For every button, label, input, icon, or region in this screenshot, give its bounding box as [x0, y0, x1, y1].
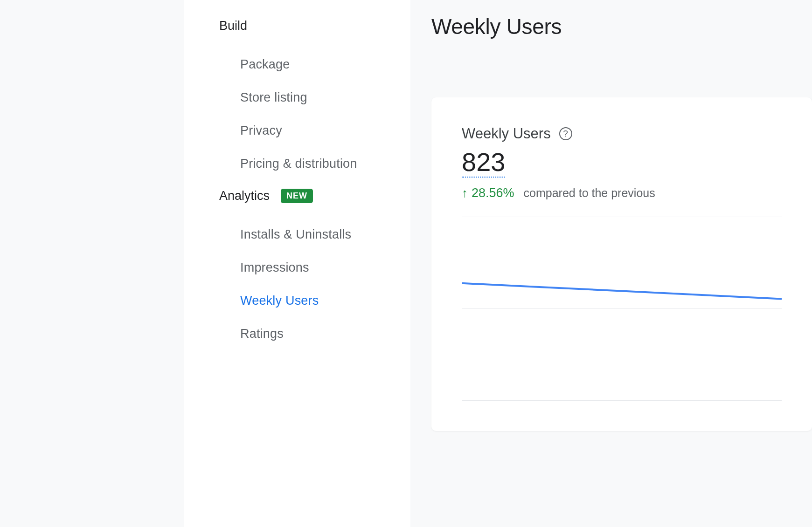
card-header: Weekly Users ?	[462, 125, 782, 142]
chart-line	[462, 283, 782, 299]
sidebar-item-label: Package	[240, 57, 290, 71]
main-content: Weekly Users Weekly Users ? 823 ↑ 28.56%…	[410, 0, 812, 527]
sidebar-item-label: Ratings	[240, 327, 284, 341]
sidebar-item-store-listing[interactable]: Store listing	[219, 81, 410, 114]
new-badge: NEW	[281, 189, 313, 203]
metric-value: 823	[462, 148, 505, 178]
sidebar-item-label: Impressions	[240, 260, 309, 274]
change-label: compared to the previous	[524, 186, 655, 200]
sidebar-section-analytics: Analytics NEW	[219, 189, 410, 203]
sidebar-item-ratings[interactable]: Ratings	[219, 317, 410, 350]
section-spacer	[219, 180, 410, 189]
card-title: Weekly Users	[462, 125, 551, 142]
sidebar-item-label: Privacy	[240, 123, 282, 137]
help-icon[interactable]: ?	[559, 127, 572, 140]
weekly-users-chart	[462, 217, 782, 412]
arrow-up-icon: ↑	[462, 186, 468, 200]
sidebar-item-privacy[interactable]: Privacy	[219, 114, 410, 147]
left-spacer	[0, 0, 184, 527]
change-percent: 28.56%	[472, 186, 514, 200]
sidebar-section-build-label: Build	[219, 19, 247, 33]
sidebar-item-pricing-distribution[interactable]: Pricing & distribution	[219, 147, 410, 180]
weekly-users-card: Weekly Users ? 823 ↑ 28.56% compared to …	[431, 97, 812, 431]
sidebar-item-label: Pricing & distribution	[240, 157, 357, 171]
metric-change: ↑ 28.56% compared to the previous	[462, 186, 782, 200]
sidebar-item-label: Installs & Uninstalls	[240, 227, 351, 241]
sidebar-section-build: Build	[219, 19, 410, 33]
sidebar-item-installs-uninstalls[interactable]: Installs & Uninstalls	[219, 218, 410, 251]
page-title: Weekly Users	[431, 14, 812, 39]
sidebar-item-label: Weekly Users	[240, 294, 319, 308]
sidebar-item-weekly-users[interactable]: Weekly Users	[219, 284, 410, 317]
sidebar-section-analytics-label: Analytics	[219, 189, 270, 203]
chart-svg	[462, 217, 782, 412]
sidebar: Build Package Store listing Privacy Pric…	[184, 0, 410, 527]
sidebar-item-label: Store listing	[240, 90, 307, 104]
sidebar-item-package[interactable]: Package	[219, 48, 410, 81]
sidebar-item-impressions[interactable]: Impressions	[219, 251, 410, 284]
